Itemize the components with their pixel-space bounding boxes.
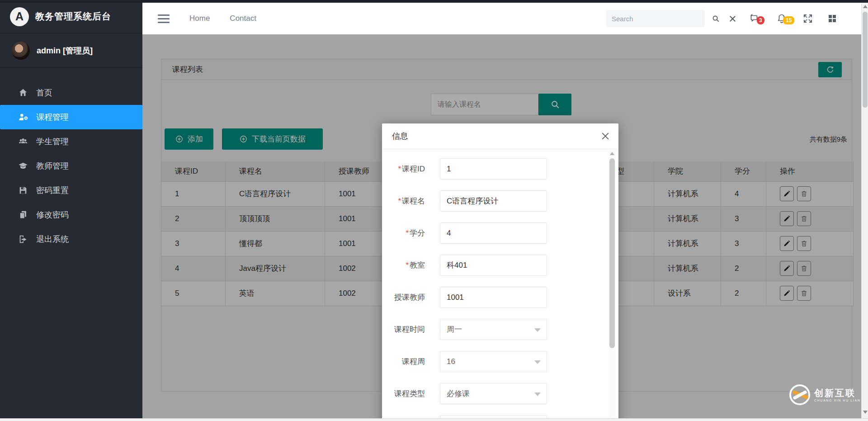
messages-badge: 3 <box>757 16 764 24</box>
search-icon[interactable] <box>712 15 720 23</box>
copy-icon <box>18 210 28 220</box>
teacher-input[interactable]: 1001 <box>440 287 547 308</box>
field-course-week: 课程周 16 <box>382 351 618 372</box>
sidebar-item-label: 密码重置 <box>36 185 69 196</box>
modal-header: 信息 <box>382 123 618 149</box>
field-label: 授课教师 <box>382 292 425 303</box>
apps-grid-icon[interactable] <box>827 13 838 24</box>
field-credit: *学分 4 <box>382 222 618 244</box>
required-marker: * <box>406 261 409 270</box>
field-teacher: 授课教师 1001 <box>382 287 618 308</box>
field-label: 课程周 <box>382 356 425 367</box>
site-watermark: 创新互联 CHUANG XIN HU LIAN <box>789 384 860 405</box>
sidebar-item-label: 首页 <box>36 87 52 98</box>
window-top-strip <box>0 0 868 3</box>
course-week-select[interactable]: 16 <box>440 351 547 372</box>
field-course-id: *课程ID 1 <box>382 158 618 180</box>
navbar-right-cluster: 3 15 <box>606 10 838 27</box>
course-id-input[interactable]: 1 <box>440 158 547 180</box>
scroll-down-icon[interactable] <box>863 411 868 414</box>
sidebar-item-student-management[interactable]: 学生管理 <box>0 129 142 154</box>
sidebar-item-label: 学生管理 <box>36 136 69 147</box>
field-label: 课程时间 <box>382 324 425 335</box>
field-label: *课程ID <box>382 164 425 174</box>
field-label: *学分 <box>382 228 425 238</box>
chevron-down-icon <box>534 393 541 396</box>
graduation-cap-icon <box>18 161 28 171</box>
user-gear-icon <box>18 112 28 122</box>
course-time-select[interactable]: 周一 <box>440 319 547 340</box>
course-type-select[interactable]: 必修课 <box>440 383 547 404</box>
required-marker: * <box>398 197 401 205</box>
field-label: 课程类型 <box>382 388 425 399</box>
app-title: 教务管理系统后台 <box>35 10 111 23</box>
sidebar-item-home[interactable]: 首页 <box>0 80 142 105</box>
messages-icon[interactable]: 3 <box>750 13 761 24</box>
required-marker: * <box>398 165 401 173</box>
nav-link-contact[interactable]: Contact <box>230 14 256 23</box>
modal-title: 信息 <box>392 131 408 142</box>
notifications-bell-icon[interactable]: 15 <box>776 13 787 24</box>
top-navbar: Home Contact 3 15 <box>142 3 861 34</box>
sidebar-item-label: 修改密码 <box>36 209 69 220</box>
close-icon[interactable] <box>600 131 610 141</box>
info-modal: 信息 *课程ID 1 *课程名 C语言程序设计 *学分 4 *教室 科401 授… <box>382 123 618 421</box>
scrollbar-thumb[interactable] <box>609 158 615 348</box>
user-name-text: admin <box>37 46 61 55</box>
notifications-badge: 15 <box>783 16 794 24</box>
chevron-down-icon <box>534 328 541 332</box>
required-marker: * <box>406 229 409 237</box>
page-horizontal-scrollbar[interactable] <box>0 418 868 421</box>
sidebar-item-label: 教师管理 <box>36 161 69 171</box>
sidebar-item-password-reset[interactable]: 密码重置 <box>0 178 142 203</box>
users-icon <box>18 137 28 147</box>
scroll-up-icon[interactable] <box>610 152 614 155</box>
credit-input[interactable]: 4 <box>440 222 547 244</box>
watermark-logo-icon <box>789 384 810 405</box>
user-role-text: [管理员] <box>63 46 93 55</box>
sidebar-item-teacher-management[interactable]: 教师管理 <box>0 154 142 178</box>
watermark-title: 创新互联 <box>814 388 860 398</box>
app-logo-icon: A <box>10 7 29 26</box>
watermark-subtitle: CHUANG XIN HU LIAN <box>814 399 860 402</box>
field-course-time: 课程时间 周一 <box>382 319 618 340</box>
floppy-disk-icon <box>18 185 28 195</box>
nav-link-home[interactable]: Home <box>189 14 210 23</box>
page-vertical-scrollbar[interactable] <box>861 3 868 418</box>
sidebar-menu: 首页 课程管理 学生管理 教师管理 密码重置 修改密码 退出系统 <box>0 80 142 251</box>
scroll-up-icon[interactable] <box>863 5 868 8</box>
global-search-input[interactable] <box>606 10 705 27</box>
sidebar: A 教务管理系统后台 admin [管理员] 首页 课程管理 学生管理 教师管理… <box>0 0 142 421</box>
field-label: *课程名 <box>382 196 425 206</box>
hamburger-menu-icon[interactable] <box>158 14 170 23</box>
classroom-input[interactable]: 科401 <box>440 255 547 276</box>
sidebar-item-logout[interactable]: 退出系统 <box>0 227 142 251</box>
field-classroom: *教室 科401 <box>382 255 618 276</box>
watermark-text: 创新互联 CHUANG XIN HU LIAN <box>814 388 860 402</box>
field-label: *教室 <box>382 260 425 270</box>
sidebar-item-label: 退出系统 <box>36 234 69 245</box>
user-name: admin [管理员] <box>37 45 93 56</box>
logo-row: A 教务管理系统后台 <box>0 0 142 33</box>
user-row: admin [管理员] <box>0 33 142 68</box>
modal-scrollbar[interactable] <box>609 150 616 421</box>
user-avatar[interactable] <box>12 42 30 60</box>
course-name-input[interactable]: C语言程序设计 <box>440 190 547 212</box>
field-course-name: *课程名 C语言程序设计 <box>382 190 618 212</box>
fullscreen-icon[interactable] <box>802 13 813 24</box>
modal-body: *课程ID 1 *课程名 C语言程序设计 *学分 4 *教室 科401 授课教师… <box>382 149 618 421</box>
sidebar-item-label: 课程管理 <box>36 112 69 123</box>
scrollbar-thumb[interactable] <box>863 12 868 108</box>
sidebar-item-course-management[interactable]: 课程管理 <box>0 105 142 129</box>
chevron-down-icon <box>534 360 541 364</box>
clear-search-icon[interactable] <box>729 15 736 23</box>
home-icon <box>18 88 28 98</box>
field-course-type: 课程类型 必修课 <box>382 383 618 404</box>
sidebar-item-change-password[interactable]: 修改密码 <box>0 203 142 227</box>
sign-out-icon <box>18 234 28 244</box>
